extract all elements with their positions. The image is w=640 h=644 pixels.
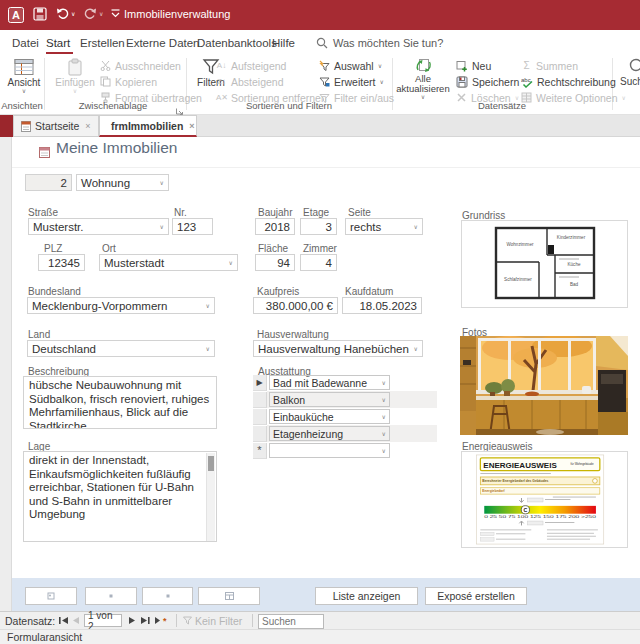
kitchen-photo [460,336,628,435]
search-icon[interactable] [316,30,328,55]
object-tab-strip: Startseite × frmImmobilien × [0,115,640,137]
ausstattung-combobox[interactable]: Balkon∨ [269,392,390,407]
spellcheck-icon: abc [521,76,533,88]
seite-label: Seite [348,207,371,218]
status-bar: Formularansicht [0,629,640,644]
expose-erstellen-button[interactable]: Exposé erstellen [425,587,527,605]
record-first-icon [47,592,55,600]
liste-anzeigen-button[interactable]: Liste anzeigen [315,587,418,605]
auswahl-button[interactable]: Auswahl∨ [318,58,382,73]
ausstattung-combobox[interactable]: Einbauküche∨ [269,409,390,424]
advanced-filter-icon [318,76,330,88]
nr-field[interactable]: 123 [172,218,213,235]
summen-button[interactable]: ΣSummen [521,58,578,73]
undo-button[interactable]: ∨ [56,7,75,20]
ausstattung-new-row: * ∨ [253,442,437,459]
save-record-icon [456,76,468,88]
aufsteigend-button[interactable]: A↓Aufsteigend [216,58,286,73]
beschreibung-textarea[interactable]: hübsche Neubauwohnung mit Südbalkon, fri… [23,376,217,429]
menu-datenbanktools[interactable]: Datenbanktools [197,30,277,55]
chevron-down-icon: ∨ [378,63,382,69]
footer-button-3[interactable] [142,587,193,605]
chevron-down-icon: ∨ [73,88,77,94]
redo-button[interactable]: ∨ [84,7,103,20]
ausschneiden-button[interactable]: Ausschneiden [100,58,181,73]
bundesland-label: Bundesland [28,286,81,297]
record-selector[interactable] [253,392,267,408]
navigation-pane-collapsed[interactable] [0,137,12,611]
close-icon[interactable]: × [85,121,90,131]
view-status: Formularansicht [7,631,82,643]
zimmer-field[interactable]: 4 [300,254,337,271]
ausstattung-combobox[interactable]: Etagenheizung∨ [269,426,390,441]
scrollbar[interactable] [206,453,215,542]
kaufpreis-field[interactable]: 380.000,00 € [253,297,338,314]
ausstattung-combobox[interactable]: ∨ [269,443,390,458]
record-selector[interactable] [253,409,267,425]
svg-text:für Wohngebäude: für Wohngebäude [570,462,594,466]
neu-button[interactable]: Neu [456,58,491,73]
alle-aktualisieren-button[interactable]: Alle aktualisieren∨ [396,57,450,100]
record-selector-current-icon[interactable]: ▶ [253,375,267,391]
rechtschreibung-button[interactable]: abc Rechtschreibung [521,74,616,89]
ort-combobox[interactable]: Musterstadt∨ [99,254,238,271]
footer-button-2[interactable] [85,587,137,605]
refresh-all-icon [415,57,432,74]
chevron-down-icon: ∨ [414,223,418,230]
menu-hilfe[interactable]: Hilfe [272,30,295,55]
tell-me-search[interactable]: Was möchten Sie tun? [333,30,443,55]
hausverwaltung-combobox[interactable]: Hausverwaltung Hanebüchen∨ [253,340,423,357]
record-search-input[interactable] [258,614,324,629]
filter-status[interactable]: Kein Filter [195,612,242,629]
record-position[interactable]: 1 von 2 [84,614,122,627]
menu-erstellen[interactable]: Erstellen [80,30,125,55]
bundesland-combobox[interactable]: Mecklenburg-Vorpommern∨ [27,297,215,314]
plz-label: PLZ [44,243,62,254]
erweitert-button[interactable]: Erweitert∨ [318,74,384,89]
svg-text:A: A [12,9,20,21]
kopieren-button[interactable]: Kopieren [100,74,157,89]
land-label: Land [28,329,50,340]
energieausweis-image[interactable]: ENERGIEAUSWEIS für Wohngebäude Berechnet… [461,451,628,548]
record-selector[interactable] [253,426,267,442]
save-icon[interactable] [33,7,47,21]
absteigend-button[interactable]: Z↓Absteigend [216,74,284,89]
etage-field[interactable]: 3 [300,218,337,235]
tab-startseite[interactable]: Startseite × [13,115,99,137]
typ-combobox[interactable]: Wohnung∨ [76,174,169,191]
group-ansichten: Ansichten [0,100,44,111]
next-record-button[interactable] [128,612,136,629]
lage-textarea[interactable]: direkt in der Innenstadt, Einkaufsmöglic… [23,451,217,542]
einfuegen-button[interactable]: Einfügen∨ [54,57,96,94]
new-record-selector-icon[interactable]: * [253,443,267,459]
grundriss-image[interactable]: Wohnzimmer Kinderzimmer Küche Bad Schlaf… [461,220,628,308]
menu-externe-daten[interactable]: Externe Daten [126,30,200,55]
land-combobox[interactable]: Deutschland∨ [27,340,215,357]
scrollbar-thumb[interactable] [208,456,214,471]
menu-datei[interactable]: Datei [12,30,39,55]
tab-frmimmobilien[interactable]: frmImmobilien × [99,115,197,137]
kaufdatum-field[interactable]: 18.05.2023 [342,297,422,314]
close-icon[interactable]: × [189,121,194,131]
chevron-down-icon: ∨ [229,259,233,266]
form-icon [21,121,31,132]
flaeche-field[interactable]: 94 [255,254,295,271]
first-record-button[interactable] [58,612,69,629]
speichern-button[interactable]: Speichern [456,74,519,89]
last-record-button[interactable] [140,612,151,629]
footer-button-4[interactable] [198,587,260,605]
ausstattung-row: Einbauküche∨ [253,408,437,425]
seite-combobox[interactable]: rechts∨ [345,218,423,235]
footer-button-1[interactable] [25,587,77,605]
plz-field[interactable]: 12345 [38,254,85,271]
customize-quick-access-button[interactable] [110,7,121,19]
ansicht-button[interactable]: Ansicht∨ [6,57,42,94]
new-record-button[interactable]: * [154,612,167,629]
filter-selection-icon [318,60,330,72]
strasse-combobox[interactable]: Musterstr.∨ [28,218,169,235]
ausstattung-combobox[interactable]: Bad mit Badewanne∨ [269,375,390,390]
baujahr-field[interactable]: 2018 [255,218,295,235]
suchen-button[interactable]: Suchen [617,57,640,87]
previous-record-button[interactable] [72,612,80,629]
foto-image[interactable] [460,336,628,435]
